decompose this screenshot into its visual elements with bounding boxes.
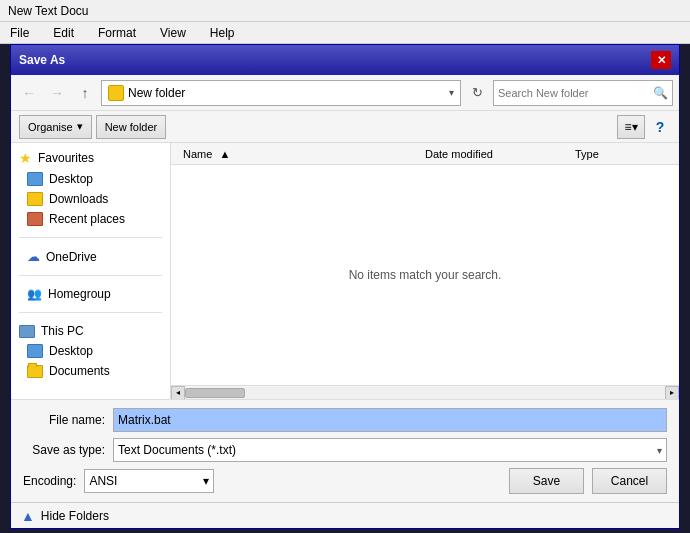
onedrive-section: ☁ OneDrive	[11, 242, 170, 271]
downloads-folder-icon	[27, 192, 43, 206]
menu-format[interactable]: Format	[92, 24, 142, 42]
footer-bar: ▲ Hide Folders	[11, 502, 679, 528]
save-as-dialog: Save As ✕ ← → ↑ New folder ▾ ↻ 🔍 Organis…	[10, 44, 680, 529]
action-buttons: Save Cancel	[509, 468, 667, 494]
menu-file[interactable]: File	[4, 24, 35, 42]
content-pane: Name ▲ Date modified Type No items match…	[171, 143, 679, 399]
action-row: Encoding: ANSI ▾ Save Cancel	[23, 468, 667, 494]
help-button[interactable]: ?	[649, 116, 671, 138]
search-box[interactable]: 🔍	[493, 80, 673, 106]
forward-button[interactable]: →	[45, 81, 69, 105]
save-as-type-dropdown-arrow: ▾	[657, 445, 662, 456]
address-bar[interactable]: New folder ▾	[101, 80, 461, 106]
view-icon: ≡	[624, 120, 631, 134]
favourites-section: ★ Favourites Desktop Downloads Recent pl…	[11, 143, 170, 233]
main-area: ★ Favourites Desktop Downloads Recent pl…	[11, 143, 679, 399]
sidebar-item-thispc-documents[interactable]: Documents	[11, 361, 170, 381]
hide-arrow-icon: ▲	[21, 508, 35, 524]
encoding-section: Encoding: ANSI ▾	[23, 469, 214, 493]
sidebar-item-downloads[interactable]: Downloads	[11, 189, 170, 209]
menu-help[interactable]: Help	[204, 24, 241, 42]
new-folder-button[interactable]: New folder	[96, 115, 167, 139]
file-name-input[interactable]	[113, 408, 667, 432]
view-arrow: ▾	[632, 120, 638, 134]
group-icon: 👥	[27, 287, 42, 301]
encoding-value: ANSI	[89, 474, 117, 488]
sidebar-item-homegroup[interactable]: 👥 Homegroup	[11, 284, 170, 304]
sidebar-downloads-label: Downloads	[49, 192, 108, 206]
hide-folders-label: Hide Folders	[41, 509, 109, 523]
horizontal-scrollbar[interactable]: ◂ ▸	[171, 385, 679, 399]
address-dropdown-arrow[interactable]: ▾	[449, 87, 454, 98]
search-icon[interactable]: 🔍	[653, 86, 668, 100]
file-name-label: File name:	[23, 413, 113, 427]
save-as-type-dropdown[interactable]: Text Documents (*.txt) ▾	[113, 438, 667, 462]
dialog-close-button[interactable]: ✕	[651, 51, 671, 69]
save-button[interactable]: Save	[509, 468, 584, 494]
app-title-bar: New Text Docu	[0, 0, 690, 22]
thispc-documents-label: Documents	[49, 364, 110, 378]
desktop-folder-icon	[27, 172, 43, 186]
sidebar-recent-label: Recent places	[49, 212, 125, 226]
app-menu-bar: File Edit Format View Help	[0, 22, 690, 44]
sidebar-desktop-label: Desktop	[49, 172, 93, 186]
save-as-type-label: Save as type:	[23, 443, 113, 457]
toolbar: Organise ▾ New folder ≡ ▾ ?	[11, 111, 679, 143]
cancel-button[interactable]: Cancel	[592, 468, 667, 494]
save-as-type-row: Save as type: Text Documents (*.txt) ▾	[23, 438, 667, 462]
encoding-select[interactable]: ANSI ▾	[84, 469, 214, 493]
h-scroll-track[interactable]	[185, 387, 665, 399]
sidebar-item-thispc-desktop[interactable]: Desktop	[11, 341, 170, 361]
bottom-section: File name: Save as type: Text Documents …	[11, 399, 679, 502]
sidebar-divider-2	[19, 275, 162, 276]
h-scroll-thumb[interactable]	[185, 388, 245, 398]
column-name[interactable]: Name ▲	[179, 148, 421, 160]
dialog-title: Save As	[19, 53, 65, 67]
sort-arrow-icon: ▲	[219, 148, 230, 160]
back-button[interactable]: ←	[17, 81, 41, 105]
sidebar-divider-1	[19, 237, 162, 238]
recent-folder-icon	[27, 212, 43, 226]
address-folder-icon	[108, 85, 124, 101]
column-type[interactable]: Type	[571, 148, 671, 160]
navigation-bar: ← → ↑ New folder ▾ ↻ 🔍	[11, 75, 679, 111]
sidebar: ★ Favourites Desktop Downloads Recent pl…	[11, 143, 171, 399]
app-title: New Text Docu	[8, 4, 88, 18]
sidebar-thispc-header[interactable]: This PC	[11, 321, 170, 341]
sidebar-item-onedrive[interactable]: ☁ OneDrive	[11, 246, 170, 267]
menu-view[interactable]: View	[154, 24, 192, 42]
column-date-modified[interactable]: Date modified	[421, 148, 571, 160]
thispc-desktop-icon	[27, 344, 43, 358]
h-scroll-left-arrow[interactable]: ◂	[171, 386, 185, 400]
thispc-desktop-label: Desktop	[49, 344, 93, 358]
organise-arrow: ▾	[77, 120, 83, 133]
thispc-icon	[19, 325, 35, 338]
thispc-documents-icon	[27, 365, 43, 378]
thispc-label: This PC	[41, 324, 84, 338]
address-path: New folder	[128, 86, 445, 100]
sidebar-favourites-header[interactable]: ★ Favourites	[11, 147, 170, 169]
file-name-row: File name:	[23, 408, 667, 432]
empty-message: No items match your search.	[349, 268, 502, 282]
refresh-button[interactable]: ↻	[465, 81, 489, 105]
view-button[interactable]: ≡ ▾	[617, 115, 645, 139]
organise-button[interactable]: Organise ▾	[19, 115, 92, 139]
search-input[interactable]	[498, 87, 653, 99]
sidebar-item-recent[interactable]: Recent places	[11, 209, 170, 229]
save-as-type-value: Text Documents (*.txt)	[118, 443, 236, 457]
organise-label: Organise	[28, 121, 73, 133]
h-scroll-right-arrow[interactable]: ▸	[665, 386, 679, 400]
dialog-title-bar: Save As ✕	[11, 45, 679, 75]
sidebar-divider-3	[19, 312, 162, 313]
up-button[interactable]: ↑	[73, 81, 97, 105]
homegroup-label: Homegroup	[48, 287, 111, 301]
onedrive-label: OneDrive	[46, 250, 97, 264]
hide-folders-button[interactable]: ▲ Hide Folders	[21, 508, 109, 524]
column-header: Name ▲ Date modified Type	[171, 143, 679, 165]
menu-edit[interactable]: Edit	[47, 24, 80, 42]
sidebar-item-desktop[interactable]: Desktop	[11, 169, 170, 189]
homegroup-section: 👥 Homegroup	[11, 280, 170, 308]
encoding-dropdown-arrow: ▾	[203, 474, 209, 488]
encoding-label: Encoding:	[23, 474, 76, 488]
star-icon: ★	[19, 150, 32, 166]
